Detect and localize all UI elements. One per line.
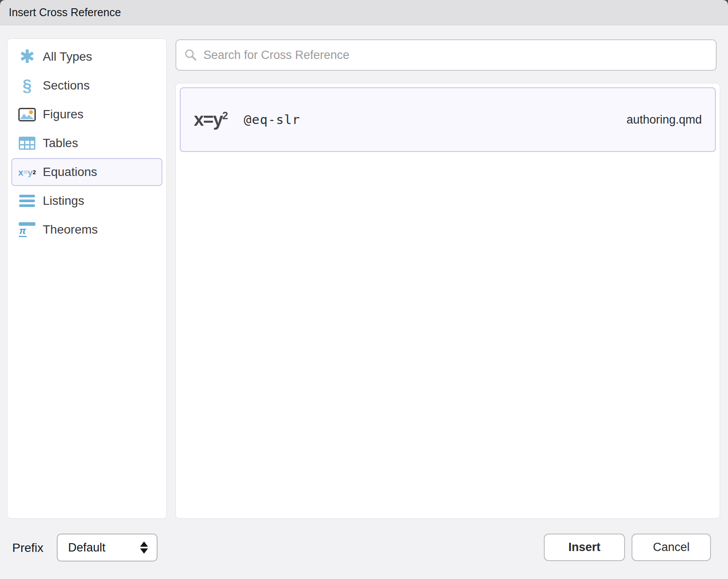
equation-icon-sup: 2 <box>33 169 36 175</box>
sidebar-item-equations[interactable]: x=y2 Equations <box>11 158 162 186</box>
equation-icon-x: x <box>18 168 24 177</box>
sidebar-item-label: Listings <box>43 194 84 208</box>
results-panel: x=y2 @eq-slr authoring.qmd <box>175 83 720 519</box>
sidebar-item-theorems[interactable]: π Theorems <box>11 216 162 244</box>
theorem-icon: π <box>17 222 38 237</box>
listing-icon <box>17 195 38 207</box>
sidebar-item-label: Theorems <box>43 223 98 237</box>
result-file-name: authoring.qmd <box>626 113 702 127</box>
figure-icon <box>17 108 38 121</box>
dialog-title: Insert Cross Reference <box>9 6 121 19</box>
result-ref-id: @eq-slr <box>244 112 300 127</box>
equation-icon: x=y2 <box>194 109 228 130</box>
type-filter-panel: ✱ All Types § Sections Figures Tables <box>7 38 167 519</box>
sidebar-item-label: Sections <box>43 79 89 93</box>
equation-icon-base: x=y <box>194 109 222 130</box>
search-input[interactable] <box>203 48 708 62</box>
sidebar-item-label: Equations <box>43 165 97 179</box>
section-icon: § <box>17 77 38 94</box>
sidebar-item-label: Figures <box>43 107 83 121</box>
window-corner-top-left <box>0 0 4 4</box>
equation-icon-sup: 2 <box>222 110 228 121</box>
sidebar-item-all-types[interactable]: ✱ All Types <box>11 43 162 71</box>
window-corner-top-right <box>724 0 728 4</box>
equation-icon: x=y2 <box>17 168 38 177</box>
dialog-titlebar: Insert Cross Reference <box>0 0 728 25</box>
prefix-selected-value: Default <box>68 541 140 555</box>
sidebar-item-sections[interactable]: § Sections <box>11 72 162 100</box>
insert-button[interactable]: Insert <box>544 534 625 561</box>
asterisk-icon: ✱ <box>17 48 38 66</box>
table-icon <box>17 137 38 150</box>
sidebar-item-tables[interactable]: Tables <box>11 129 162 157</box>
prefix-dropdown[interactable]: Default <box>57 534 158 562</box>
cancel-button[interactable]: Cancel <box>632 534 711 561</box>
sidebar-item-label: All Types <box>43 50 92 64</box>
dropdown-arrows-icon <box>140 541 148 554</box>
result-row-eq-slr[interactable]: x=y2 @eq-slr authoring.qmd <box>180 87 716 152</box>
equation-icon-y: y <box>27 168 33 177</box>
sidebar-item-label: Tables <box>43 136 78 150</box>
prefix-label: Prefix <box>12 541 44 555</box>
sidebar-item-listings[interactable]: Listings <box>11 187 162 215</box>
search-box <box>175 39 717 71</box>
search-icon <box>184 48 197 62</box>
sidebar-item-figures[interactable]: Figures <box>11 100 162 128</box>
equation-icon-equals: = <box>23 169 27 176</box>
